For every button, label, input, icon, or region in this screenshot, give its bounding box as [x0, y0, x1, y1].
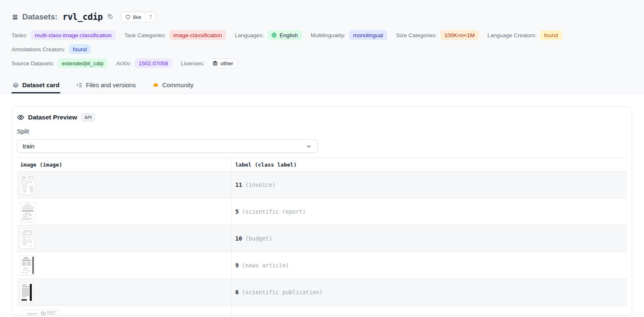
class-name: (scientific report) — [242, 208, 305, 215]
class-name: (invoice) — [245, 181, 275, 188]
preview-header: Dataset Preview API — [17, 112, 627, 123]
preview-title: Dataset Preview — [28, 114, 77, 121]
tag-label: ArXiv: — [116, 60, 131, 67]
document-thumbnail — [20, 202, 36, 222]
copy-icon — [107, 13, 113, 19]
dataset-name: rvl_cdip — [63, 12, 103, 22]
tag-row-1: Tasks: multi-class-image-classification … — [12, 30, 632, 54]
chevron-down-icon — [305, 143, 312, 150]
tag-language-label: English — [279, 32, 298, 38]
tag-source-datasets[interactable]: extended|iit_cdip — [58, 58, 108, 68]
tab-label: Community — [162, 81, 194, 88]
tag-size-categories[interactable]: 100K<n<1M — [440, 30, 479, 40]
tab-community[interactable]: Community — [152, 78, 194, 93]
split-select[interactable]: train — [17, 139, 318, 153]
copy-name-button[interactable] — [106, 13, 114, 21]
tab-label: Dataset card — [22, 81, 59, 88]
title-row: Datasets: rvl_cdip like 7 — [12, 11, 632, 23]
tag-label: Size Categories: — [396, 32, 437, 38]
tag-label: Annotations Creators: — [12, 46, 66, 52]
globe-icon — [271, 32, 277, 38]
dataset-cube-icon — [12, 82, 19, 88]
tag-tasks[interactable]: multi-class-image-classification — [31, 30, 116, 40]
tag-annotations-creators[interactable]: found — [69, 44, 91, 54]
table-row[interactable]: 10(budget) — [17, 225, 627, 252]
column-header-label: label (class label) — [231, 158, 627, 171]
main-content: Dataset Preview API Split train image (i… — [0, 94, 644, 316]
page-header: Datasets: rvl_cdip like 7 Tasks: multi-c… — [0, 0, 644, 94]
class-id: 5 — [235, 208, 239, 215]
tag-label: Tasks: — [12, 32, 27, 38]
community-icon — [152, 82, 159, 88]
tag-row-2: Source Datasets: extended|iit_cdip ArXiv… — [12, 58, 632, 68]
table-row[interactable]: 6(scientific publication) — [17, 279, 627, 306]
tag-label: Source Datasets: — [12, 60, 54, 67]
tag-label: Language Creators: — [488, 32, 537, 38]
class-id: 10 — [235, 235, 242, 242]
tag-license-label: other — [220, 60, 233, 67]
class-name: (news article) — [242, 262, 289, 269]
like-count[interactable]: 7 — [145, 12, 156, 22]
column-header-image: image (image) — [17, 158, 231, 171]
class-id: 9 — [235, 262, 239, 269]
table-header-row: image (image) label (class label) — [17, 158, 627, 172]
section-label[interactable]: Datasets: — [22, 12, 58, 21]
heart-icon — [125, 14, 131, 20]
table-row[interactable]: 5(scientific report) — [17, 198, 627, 225]
dataset-preview-card: Dataset Preview API Split train image (i… — [12, 106, 632, 316]
tab-label: Files and versions — [86, 81, 136, 88]
class-id: 11 — [235, 181, 242, 188]
tag-arxiv[interactable]: 1502.07058 — [135, 58, 172, 68]
database-icon — [12, 14, 19, 21]
document-thumbnail — [20, 229, 35, 249]
split-label: Split — [17, 128, 627, 136]
class-id: 6 — [235, 289, 239, 296]
table-row[interactable] — [17, 306, 627, 316]
split-selected-value: train — [23, 143, 34, 150]
eye-icon — [17, 114, 24, 121]
tag-task-categories[interactable]: image-classification — [169, 30, 226, 40]
tag-license[interactable]: other — [208, 58, 238, 68]
like-label: like — [133, 14, 141, 20]
class-name: (scientific publication) — [242, 289, 322, 296]
tab-dataset-card[interactable]: Dataset card — [12, 78, 60, 93]
tab-files-and-versions[interactable]: Files and versions — [75, 78, 137, 93]
document-thumbnail — [20, 175, 35, 195]
tag-multilinguality[interactable]: monolingual — [349, 30, 387, 40]
document-thumbnail — [20, 282, 33, 303]
tag-language[interactable]: English — [267, 30, 302, 40]
document-thumbnail — [22, 310, 59, 316]
like-button[interactable]: like 7 — [121, 12, 156, 22]
table-row[interactable]: 11(invoice) — [17, 172, 627, 198]
tag-label: Licenses: — [181, 60, 204, 67]
tag-label: Languages: — [235, 32, 264, 38]
tag-language-creators[interactable]: found — [540, 30, 562, 40]
class-name: (budget) — [245, 235, 272, 242]
tag-label: Multilinguality: — [311, 32, 346, 38]
document-thumbnail — [20, 255, 35, 275]
preview-table: image (image) label (class label) 11(inv… — [17, 158, 627, 316]
api-badge[interactable]: API — [81, 113, 95, 122]
tag-label: Task Categories: — [124, 32, 166, 38]
versions-icon — [76, 82, 83, 88]
table-row[interactable]: 9(news article) — [17, 252, 627, 279]
tab-bar: Dataset card Files and versions Communit… — [12, 78, 632, 93]
bank-icon — [212, 60, 218, 66]
